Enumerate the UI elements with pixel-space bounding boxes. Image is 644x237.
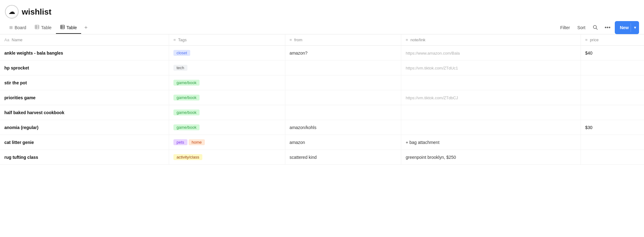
cell-from: amazon? <box>285 46 401 60</box>
cell-from <box>285 105 401 120</box>
cell-from <box>285 75 401 90</box>
col-name-label: Name <box>12 38 23 42</box>
tag-badge: game/book <box>173 80 200 86</box>
table-row[interactable]: stir the potgame/book <box>0 75 644 90</box>
cell-name: stir the pot <box>0 75 169 90</box>
toolbar-right: Filter Sort ••• New ▾ <box>558 21 639 34</box>
tab-table2-label: Table <box>67 25 77 30</box>
new-button-chevron[interactable]: ▾ <box>631 23 639 32</box>
svg-rect-0 <box>35 25 39 29</box>
name-col-icon: Aa <box>4 38 9 42</box>
tab-board-label: Board <box>15 25 26 30</box>
from-text: amazon/kohls <box>290 125 316 130</box>
cell-tags: game/book <box>169 75 285 90</box>
tag-badge: closet <box>173 50 190 56</box>
cell-notelink <box>401 75 581 90</box>
link-text: https://vm.tiktok.com/ZTdUc1 <box>406 66 458 70</box>
col-header-name[interactable]: Aa Name <box>0 34 169 46</box>
table-row[interactable]: half baked harvest cookbookgame/book <box>0 105 644 120</box>
table-row[interactable]: anomia (regular)game/bookamazon/kohls$30 <box>0 120 644 135</box>
col-notelink-label: note/link <box>410 38 425 42</box>
tab-group: ⊞ Board Table <box>5 21 91 34</box>
table-row[interactable]: ankle weights - bala banglesclosetamazon… <box>0 46 644 60</box>
cell-price: $30 <box>581 120 644 135</box>
tab-table1-label: Table <box>41 25 51 30</box>
cell-price <box>581 150 644 165</box>
from-text: scattered kind <box>290 155 317 160</box>
app-header: ☁ wishlist <box>0 0 644 21</box>
col-header-from[interactable]: ≡ from <box>285 34 401 46</box>
cell-from: amazon <box>285 135 401 150</box>
cell-notelink <box>401 105 581 120</box>
table2-icon <box>60 25 65 30</box>
from-text: amazon <box>290 140 305 145</box>
logo-icon: ☁ <box>8 8 15 16</box>
cell-from <box>285 60 401 75</box>
tag-badge: game/book <box>173 124 200 130</box>
col-price-label: price <box>590 38 599 42</box>
search-button[interactable] <box>590 23 600 33</box>
cell-price <box>581 60 644 75</box>
app-logo: ☁ <box>5 5 19 19</box>
cell-tags: closet <box>169 46 285 60</box>
cell-tags: game/book <box>169 105 285 120</box>
table-row[interactable]: rug tufting classactivity/classscattered… <box>0 150 644 165</box>
cell-price <box>581 90 644 105</box>
cell-from: scattered kind <box>285 150 401 165</box>
svg-rect-4 <box>61 25 64 29</box>
row-name-text: anomia (regular) <box>4 125 39 130</box>
col-header-price[interactable]: ≡ price <box>581 34 644 46</box>
more-options-button[interactable]: ••• <box>603 23 612 32</box>
cell-price <box>581 75 644 90</box>
tags-col-icon: ≡ <box>173 38 176 42</box>
board-icon: ⊞ <box>9 25 13 30</box>
search-icon <box>593 26 598 31</box>
row-name-text: stir the pot <box>4 80 27 85</box>
tab-board[interactable]: ⊞ Board <box>5 22 30 34</box>
row-name-text: rug tufting class <box>4 155 38 160</box>
new-button-label: New <box>620 25 629 30</box>
cell-notelink: https://www.amazon.com/Bala <box>401 46 581 60</box>
notelink-col-icon: ≡ <box>406 38 408 42</box>
row-name-text: half baked harvest cookbook <box>4 110 64 115</box>
cell-tags: game/book <box>169 90 285 105</box>
tag-badge: home <box>189 139 205 145</box>
tag-badge: activity/class <box>173 154 202 160</box>
cell-name: hp sprocket <box>0 60 169 75</box>
price-col-icon: ≡ <box>585 38 588 42</box>
table-row[interactable]: priorities gamegame/bookhttps://vm.tikto… <box>0 90 644 105</box>
sort-button[interactable]: Sort <box>575 23 588 32</box>
cell-price: $40 <box>581 46 644 60</box>
filter-button[interactable]: Filter <box>558 23 572 32</box>
col-tags-label: Tags <box>178 38 186 42</box>
row-name-text: priorities game <box>4 95 35 100</box>
cell-name: cat litter genie <box>0 135 169 150</box>
table-row[interactable]: hp sprockettechhttps://vm.tiktok.com/ZTd… <box>0 60 644 75</box>
cell-name: rug tufting class <box>0 150 169 165</box>
tab-table-1[interactable]: Table <box>30 22 56 34</box>
col-header-tags[interactable]: ≡ Tags <box>169 34 285 46</box>
tag-badge: pets <box>173 139 187 145</box>
cell-name: anomia (regular) <box>0 120 169 135</box>
tag-badge: game/book <box>173 95 200 101</box>
cell-from <box>285 90 401 105</box>
table-header-row: Aa Name ≡ Tags ≡ from ≡ note/link ≡ pr <box>0 34 644 46</box>
tab-table-2[interactable]: Table <box>56 22 81 34</box>
link-text: https://vm.tiktok.com/ZTdbCJ <box>406 96 458 100</box>
page-title: wishlist <box>22 7 51 17</box>
svg-line-9 <box>596 28 597 29</box>
from-text: amazon? <box>290 51 308 56</box>
price-text: $40 <box>585 51 592 56</box>
cell-tags: game/book <box>169 120 285 135</box>
cell-notelink: greenpoint brooklyn, $250 <box>401 150 581 165</box>
cell-notelink <box>401 120 581 135</box>
add-view-button[interactable]: + <box>81 21 91 34</box>
col-header-notelink[interactable]: ≡ note/link <box>401 34 581 46</box>
cell-tags: petshome <box>169 135 285 150</box>
new-button[interactable]: New ▾ <box>615 21 639 34</box>
cell-tags: tech <box>169 60 285 75</box>
table-row[interactable]: cat litter geniepetshomeamazon+ bag atta… <box>0 135 644 150</box>
cell-notelink: https://vm.tiktok.com/ZTdUc1 <box>401 60 581 75</box>
table1-icon <box>35 25 39 30</box>
row-name-text: cat litter genie <box>4 140 34 145</box>
